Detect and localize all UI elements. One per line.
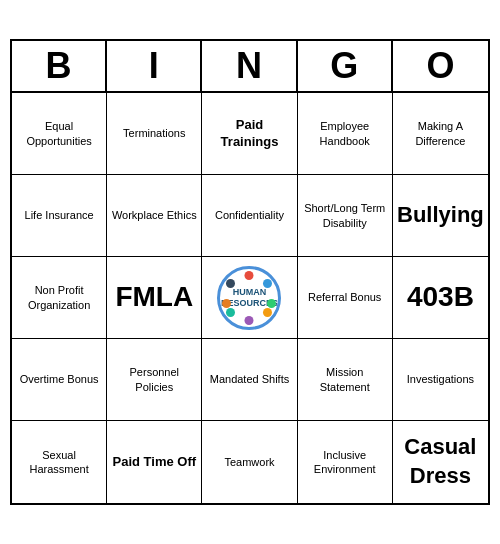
bingo-cell-7: Confidentiality xyxy=(202,175,297,257)
bingo-cell-4: Making A Difference xyxy=(393,93,488,175)
bingo-cell-5: Life Insurance xyxy=(12,175,107,257)
bingo-cell-17: Mandated Shifts xyxy=(202,339,297,421)
bingo-card: BINGO Equal OpportunitiesTerminationsPai… xyxy=(10,39,490,505)
bingo-letter-i: I xyxy=(107,41,202,91)
bingo-cell-18: Mission Statement xyxy=(298,339,393,421)
bingo-cell-8: Short/Long Term Disability xyxy=(298,175,393,257)
bingo-cell-2: Paid Trainings xyxy=(202,93,297,175)
bingo-cell-20: Sexual Harassment xyxy=(12,421,107,503)
bingo-cell-1: Terminations xyxy=(107,93,202,175)
bingo-letter-g: G xyxy=(298,41,393,91)
bingo-cell-0: Equal Opportunities xyxy=(12,93,107,175)
bingo-letter-o: O xyxy=(393,41,488,91)
bingo-cell-13: Referral Bonus xyxy=(298,257,393,339)
bingo-cell-21: Paid Time Off xyxy=(107,421,202,503)
bingo-cell-6: Workplace Ethics xyxy=(107,175,202,257)
bingo-letter-b: B xyxy=(12,41,107,91)
bingo-grid: Equal OpportunitiesTerminationsPaid Trai… xyxy=(12,93,488,503)
bingo-cell-24: Casual Dress xyxy=(393,421,488,503)
bingo-cell-23: Inclusive Environment xyxy=(298,421,393,503)
bingo-cell-15: Overtime Bonus xyxy=(12,339,107,421)
bingo-cell-12: HUMANRESOURCES xyxy=(202,257,297,339)
bingo-letter-n: N xyxy=(202,41,297,91)
bingo-header: BINGO xyxy=(12,41,488,93)
bingo-cell-14: 403B xyxy=(393,257,488,339)
bingo-cell-22: Teamwork xyxy=(202,421,297,503)
bingo-cell-3: Employee Handbook xyxy=(298,93,393,175)
bingo-cell-11: FMLA xyxy=(107,257,202,339)
bingo-cell-9: Bullying xyxy=(393,175,488,257)
bingo-cell-16: Personnel Policies xyxy=(107,339,202,421)
bingo-cell-19: Investigations xyxy=(393,339,488,421)
bingo-cell-10: Non Profit Organization xyxy=(12,257,107,339)
